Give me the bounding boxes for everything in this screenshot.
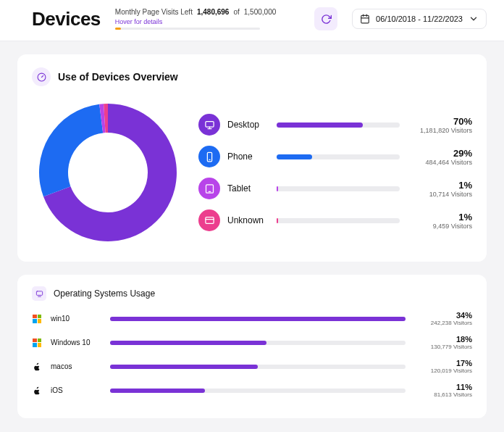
legend-values: 1%9,459 Visitors [407, 212, 472, 230]
os-bar [110, 317, 406, 321]
legend-row-tablet: Tablet1%10,714 Visitors [198, 178, 472, 199]
svg-rect-12 [205, 217, 213, 223]
device-legend: Desktop70%1,181,820 VisitorsPhone29%484,… [198, 114, 472, 231]
legend-values: 29%484,464 Visitors [407, 148, 472, 166]
apple-icon [33, 362, 41, 372]
visits-block[interactable]: Monthly Page Visits Left 1,480,696 of 1,… [115, 8, 276, 30]
legend-bar-fill [277, 186, 278, 191]
os-visitors: 130,779 Visitors [414, 344, 472, 350]
os-bar-fill [110, 389, 205, 393]
legend-bar [277, 186, 400, 191]
legend-bar-fill [277, 218, 278, 223]
legend-label: Desktop [227, 120, 269, 130]
os-bar [110, 389, 406, 393]
card-os-usage: Operating Systems Usage win1034%242,238 … [17, 275, 487, 418]
os-pct: 17% [414, 359, 472, 367]
visits-progress-bar [115, 28, 260, 30]
donut-slice-phone [39, 104, 103, 197]
unknown-icon [198, 209, 220, 231]
legend-label: Phone [227, 151, 269, 162]
windows-icon [33, 338, 41, 347]
os-row: macos17%120,019 Visitors [32, 359, 472, 374]
os-pct: 34% [414, 311, 472, 320]
legend-pct: 1% [407, 212, 472, 223]
os-bar [110, 341, 406, 345]
card-title: Use of Devices Overview [58, 71, 178, 83]
os-list: win1034%242,238 VisitorsWindows 1018%130… [32, 311, 472, 398]
os-logo [32, 338, 42, 348]
os-logo [32, 386, 42, 396]
legend-pct: 29% [407, 148, 472, 159]
apple-icon [33, 386, 41, 396]
visits-hover-hint: Hover for details [115, 18, 276, 25]
legend-visitors: 9,459 Visitors [407, 223, 472, 230]
legend-values: 1%10,714 Visitors [407, 180, 472, 198]
legend-row-unknown: Unknown1%9,459 Visitors [198, 209, 472, 231]
refresh-button[interactable] [314, 7, 337, 30]
os-row: Windows 1018%130,779 Visitors [32, 335, 472, 350]
visits-label: Monthly Page Visits Left [115, 8, 193, 16]
svg-rect-14 [36, 291, 42, 295]
legend-visitors: 1,181,820 Visitors [407, 127, 472, 134]
top-bar: Devices Monthly Page Visits Left 1,480,6… [0, 0, 504, 41]
os-pct: 18% [414, 335, 472, 344]
os-logo [32, 362, 42, 372]
legend-label: Unknown [227, 215, 269, 225]
os-name: win10 [51, 315, 101, 323]
legend-pct: 70% [407, 116, 472, 127]
legend-visitors: 10,714 Visitors [407, 191, 472, 198]
os-bar [110, 365, 406, 369]
speedometer-icon [32, 67, 51, 86]
legend-row-desktop: Desktop70%1,181,820 Visitors [198, 114, 472, 136]
legend-visitors: 484,464 Visitors [407, 159, 472, 166]
donut-chart [32, 96, 184, 249]
refresh-icon [321, 14, 332, 25]
legend-bar [277, 154, 400, 159]
chevron-down-icon [469, 14, 479, 24]
card-title: Operating Systems Usage [54, 288, 155, 299]
tablet-icon [198, 178, 220, 199]
os-name: macos [51, 362, 101, 370]
content-area: Use of Devices Overview Desktop70%1,181,… [0, 41, 504, 418]
os-visitors: 81,613 Visitors [414, 391, 472, 398]
legend-bar [277, 122, 400, 128]
legend-bar-fill [277, 122, 363, 128]
legend-bar [277, 218, 400, 223]
os-pct: 11% [414, 383, 472, 391]
legend-values: 70%1,181,820 Visitors [407, 116, 472, 134]
windows-icon [33, 315, 41, 323]
os-visitors: 242,238 Visitors [414, 320, 472, 326]
devices-icon [32, 286, 46, 301]
card-device-overview: Use of Devices Overview Desktop70%1,181,… [17, 54, 487, 262]
os-row: win1034%242,238 Visitors [32, 311, 472, 326]
desktop-icon [198, 114, 220, 136]
legend-row-phone: Phone29%484,464 Visitors [198, 146, 472, 167]
card-header: Use of Devices Overview [32, 67, 472, 86]
os-visitors: 120,019 Visitors [414, 367, 472, 374]
os-values: 11%81,613 Visitors [414, 383, 472, 398]
legend-bar-fill [277, 154, 312, 159]
svg-rect-0 [361, 15, 369, 22]
os-row: iOS11%81,613 Visitors [32, 383, 472, 398]
overview-body: Desktop70%1,181,820 VisitorsPhone29%484,… [32, 96, 472, 249]
legend-pct: 1% [407, 180, 472, 191]
svg-rect-5 [205, 121, 213, 127]
os-values: 17%120,019 Visitors [414, 359, 472, 374]
os-bar-fill [110, 317, 406, 321]
phone-icon [198, 146, 220, 167]
visits-used: 1,480,696 [197, 8, 230, 16]
page-title: Devices [32, 8, 101, 30]
visits-row: Monthly Page Visits Left 1,480,696 of 1,… [115, 8, 276, 16]
visits-of: of [233, 8, 239, 16]
date-range-picker[interactable]: 06/10/2018 - 11/22/2023 [352, 9, 487, 29]
os-logo [32, 314, 42, 324]
legend-label: Tablet [227, 183, 269, 194]
visits-total: 1,500,000 [244, 8, 277, 16]
os-name: Windows 10 [51, 338, 101, 346]
os-values: 18%130,779 Visitors [414, 335, 472, 350]
os-name: iOS [51, 386, 101, 394]
os-values: 34%242,238 Visitors [414, 311, 472, 326]
card-header: Operating Systems Usage [32, 286, 472, 301]
visits-progress-fill [115, 28, 121, 30]
date-range-text: 06/10/2018 - 11/22/2023 [376, 14, 463, 23]
